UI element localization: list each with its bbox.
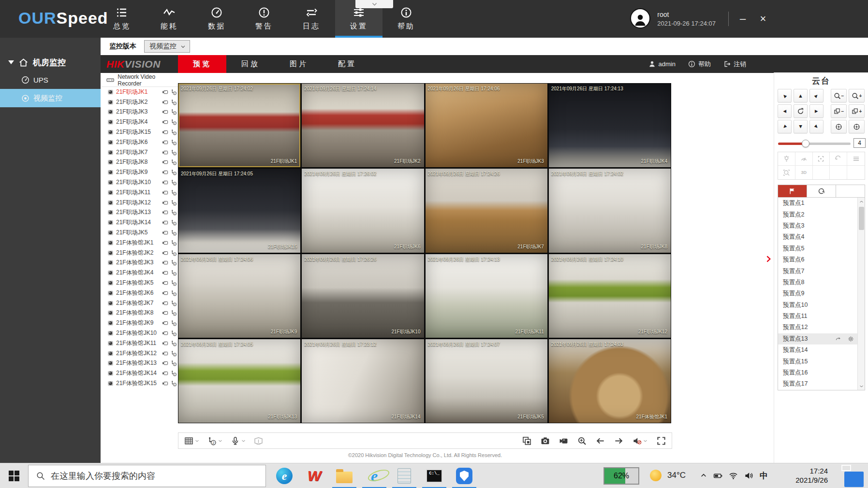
zoom-in-button[interactable]: + <box>849 89 865 102</box>
stream-type-icon[interactable] <box>171 310 177 316</box>
preset-item[interactable]: 预置点15 <box>778 356 865 367</box>
lens-init-button[interactable] <box>830 152 847 166</box>
preset-item[interactable]: 预置点13 <box>778 333 865 344</box>
stream-type-icon[interactable] <box>171 290 177 296</box>
stream-type-icon[interactable] <box>171 89 177 95</box>
set-preset-gear-icon[interactable] <box>848 336 854 342</box>
camera-list-item[interactable]: 21F职场JK10 <box>102 177 178 187</box>
start-record-icon[interactable] <box>162 259 168 266</box>
start-record-icon[interactable] <box>162 240 168 246</box>
camera-list-item[interactable]: 21F体验馆JK3 <box>102 258 178 268</box>
3d-position-button[interactable] <box>813 152 830 166</box>
hik-tab[interactable]: 配置 <box>323 55 371 73</box>
tray-wifi-icon[interactable] <box>729 471 738 480</box>
preset-item[interactable]: 预置点7 <box>778 265 865 276</box>
hik-help-link[interactable]: 帮助 <box>688 60 711 69</box>
preset-item[interactable]: 预置点1 <box>778 198 865 209</box>
preset-item[interactable]: 预置点14 <box>778 344 865 356</box>
next-page-button[interactable] <box>614 436 623 445</box>
stream-type-icon[interactable] <box>171 200 177 206</box>
preset-item[interactable]: 预置点12 <box>778 322 865 333</box>
fullscreen-button[interactable] <box>657 436 666 445</box>
camera-list-item[interactable]: 21F职场JK11 <box>102 187 178 198</box>
preset-scrollbar[interactable] <box>857 198 865 390</box>
area-zoom-button[interactable] <box>778 166 795 179</box>
start-record-icon[interactable] <box>162 149 168 156</box>
start-record-icon[interactable] <box>162 320 168 326</box>
tray-battery-icon[interactable] <box>713 471 722 480</box>
ptz-speed-value[interactable]: 4 <box>853 138 866 148</box>
start-record-icon[interactable] <box>162 109 168 115</box>
stream-type-icon[interactable] <box>171 280 177 286</box>
taskbar-app-icon[interactable]: e <box>359 463 389 488</box>
layout-select-button[interactable] <box>184 436 199 445</box>
preset-item[interactable]: 预置点16 <box>778 367 865 378</box>
camera-list-item[interactable]: 21F职场JK15 <box>102 127 178 137</box>
iris-close-button[interactable] <box>831 120 847 133</box>
start-record-icon[interactable] <box>162 340 168 346</box>
scroll-up-arrow[interactable] <box>858 198 865 205</box>
stream-type-icon[interactable] <box>171 370 177 376</box>
camera-list-item[interactable]: 21F体验馆JK7 <box>102 298 178 308</box>
iris-open-button[interactable] <box>849 120 865 133</box>
preset-item[interactable]: 预置点3 <box>778 220 865 231</box>
video-tile[interactable]: 2021年09月26日 星期日 17:24:05 21F职场JK13 <box>178 339 300 423</box>
stream-type-icon[interactable] <box>171 350 177 357</box>
start-record-icon[interactable] <box>162 189 168 196</box>
pan-up-left-button[interactable]: ▲ <box>778 89 792 102</box>
camera-list-item[interactable]: 21F体验馆JK14 <box>102 368 178 378</box>
camera-list-item[interactable]: 21F体验馆JK2 <box>102 248 178 258</box>
pan-up-right-button[interactable]: ▲ <box>809 89 824 102</box>
camera-list-item[interactable]: 21F职场JK12 <box>102 198 178 208</box>
preset-item[interactable]: 预置点9 <box>778 288 865 299</box>
video-wall-button[interactable] <box>254 436 263 445</box>
stream-type-icon[interactable] <box>171 129 177 135</box>
tray-chevron-up-icon[interactable] <box>700 472 707 479</box>
pan-down-right-button[interactable]: ▲ <box>809 120 824 133</box>
stream-type-icon[interactable] <box>171 360 177 366</box>
pan-up-button[interactable]: ▲ <box>794 89 808 102</box>
taskbar-app-icon[interactable] <box>329 463 359 488</box>
camera-list-item[interactable]: 21F职场JK1 <box>102 87 178 97</box>
wiper-button[interactable] <box>795 152 813 166</box>
ime-indicator[interactable]: 中 <box>760 470 768 481</box>
monitor-type-dropdown[interactable]: 视频监控 <box>144 40 190 53</box>
nav-item[interactable]: 数据 <box>193 0 240 38</box>
hik-tab[interactable]: 回放 <box>226 55 275 73</box>
preset-item[interactable]: 预置点4 <box>778 231 865 243</box>
video-tile[interactable]: 2021年09月26日 星期日 17:26:02 21F职场JK6 <box>302 169 424 252</box>
camera-list-item[interactable]: 21F职场JK8 <box>102 158 178 168</box>
camera-list-item[interactable]: 21F体验馆JK12 <box>102 348 178 359</box>
video-tile[interactable]: 2021年09月26日 星期日 17:24:13 21F职场JK11 <box>426 254 547 338</box>
start-record-icon[interactable] <box>162 139 168 145</box>
camera-list-item[interactable]: 21F体验馆JK9 <box>102 318 178 328</box>
stream-type-icon[interactable] <box>171 139 177 145</box>
taskbar-search-box[interactable] <box>28 465 266 487</box>
video-tile[interactable]: 2021年09月26日 星期日 17:26:26 21F职场JK10 <box>302 254 424 338</box>
slider-track[interactable] <box>778 143 851 145</box>
hik-logout-link[interactable]: 注销 <box>723 60 746 69</box>
audio-mute-button[interactable] <box>633 436 647 445</box>
camera-list-item[interactable]: 21F职场JK13 <box>102 208 178 218</box>
stream-type-icon[interactable] <box>171 189 177 196</box>
start-record-icon[interactable] <box>162 250 168 256</box>
nav-item[interactable]: 日志 <box>288 0 335 38</box>
pan-down-left-button[interactable]: ▲ <box>778 120 792 133</box>
start-record-icon[interactable] <box>162 280 168 286</box>
start-record-icon[interactable] <box>162 290 168 296</box>
tab-patrol[interactable] <box>807 185 836 197</box>
stream-type-icon[interactable] <box>171 330 177 336</box>
taskbar-app-icon[interactable] <box>389 463 419 488</box>
start-record-icon[interactable] <box>162 300 168 306</box>
zoom-out-button[interactable]: − <box>831 89 847 102</box>
snapshot-button[interactable] <box>541 436 550 445</box>
hik-tab[interactable]: 预览 <box>178 55 226 73</box>
video-tile[interactable]: 2021年09月26日 星期日 17:24:07 21F职场JK5 <box>426 339 547 423</box>
stream-type-icon[interactable] <box>171 149 177 156</box>
taskbar-app-icon[interactable]: e <box>269 463 299 488</box>
slider-thumb[interactable] <box>802 140 809 147</box>
video-tile[interactable]: 2021年09月26日 星期日 17:24:02 21F职场JK8 <box>549 169 671 252</box>
camera-list-item[interactable]: 21F体验馆JK13 <box>102 359 178 369</box>
menu-button[interactable] <box>847 152 865 166</box>
preset-item[interactable]: 预置点6 <box>778 254 865 265</box>
